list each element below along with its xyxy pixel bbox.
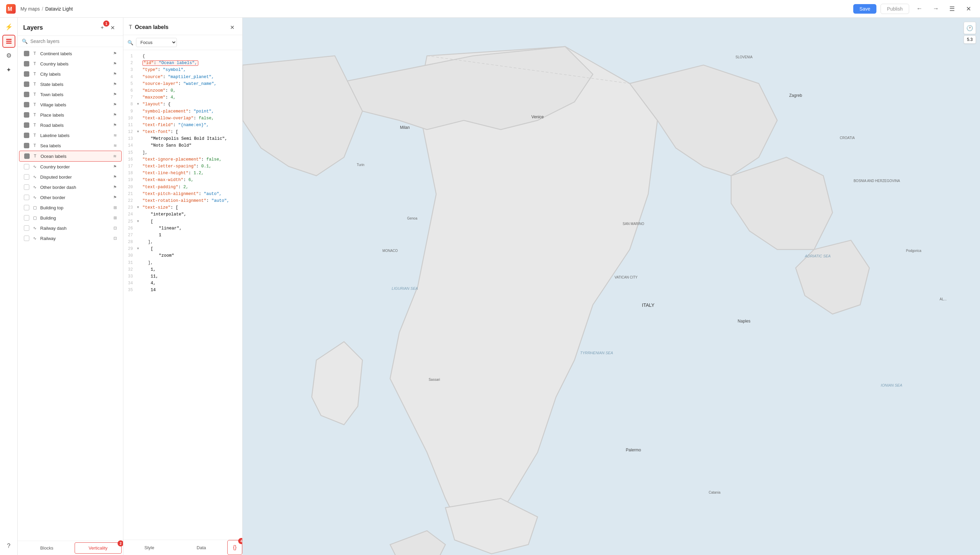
layer-item-railway-dash[interactable]: ∿ Railway dash ⊡ [19, 223, 122, 233]
layer-action-icon[interactable]: ⊡ [114, 236, 117, 241]
layer-checkbox[interactable] [24, 82, 29, 87]
map-label: Palermo [626, 448, 641, 452]
line-arrow [137, 260, 142, 260]
layer-item-city-labels[interactable]: T City labels ⚑ [19, 69, 122, 79]
code-line: 11"text-field": "{name:en}", [123, 122, 242, 128]
layer-item-village-labels[interactable]: T Village labels ⚑ [19, 99, 122, 110]
layer-action-icon[interactable]: ⚑ [113, 164, 117, 169]
forward-button[interactable]: → [930, 3, 942, 15]
publish-button[interactable]: Publish [881, 4, 909, 14]
layer-item-lakeline-labels[interactable]: T Lakeline labels ≋ [19, 130, 122, 140]
layer-item-country-border[interactable]: ∿ Country border ⚑ [19, 162, 122, 172]
footer-tab-style[interactable]: Style [123, 542, 176, 553]
layer-item-other-border[interactable]: ∿ Other border ⚑ [19, 192, 122, 202]
layer-checkbox[interactable] [24, 102, 29, 107]
layer-item-state-labels[interactable]: T State labels ⚑ [19, 79, 122, 89]
line-number: 33 [123, 273, 137, 280]
line-arrow [137, 53, 142, 53]
layer-item-other-border-dash[interactable]: ∿ Other border dash ⚑ [19, 182, 122, 192]
star-btn[interactable]: ✦ [2, 63, 15, 76]
layer-checkbox[interactable] [24, 164, 29, 169]
line-arrow: ▼ [137, 218, 142, 224]
layer-action-icon[interactable]: ⚑ [113, 185, 117, 189]
layer-item-place-labels[interactable]: T Place labels ⚑ [19, 110, 122, 120]
layer-action-icon[interactable]: ⚑ [113, 102, 117, 107]
menu-button[interactable]: ☰ [946, 3, 958, 15]
map-area[interactable]: SLOVENIAZagrebCROATIABOSNIA AND HERZEGOV… [243, 18, 980, 555]
line-arrow: ▼ [137, 101, 142, 107]
layer-checkbox[interactable] [24, 236, 29, 241]
code-line: 3514 [123, 287, 242, 294]
line-content: "text-field": "{name:en}", [142, 122, 242, 128]
topbar-close-button[interactable]: ✕ [962, 3, 975, 15]
layer-item-sea-labels[interactable]: T Sea labels ≋ [19, 140, 122, 151]
layer-action-icon[interactable]: ≋ [114, 143, 117, 148]
breadcrumb-separator: / [42, 6, 43, 11]
code-panel-header: T Ocean labels ✕ [123, 18, 242, 35]
layer-checkbox[interactable] [24, 61, 29, 66]
layer-type-icon: ∿ [32, 226, 37, 231]
layer-item-continent-labels[interactable]: T Continent labels ⚑ [19, 48, 122, 59]
footer-tab-data[interactable]: Data [176, 542, 228, 553]
layer-action-icon[interactable]: ≋ [113, 154, 117, 159]
layer-item-road-labels[interactable]: T Road labels ⚑ [19, 120, 122, 130]
layer-action-icon[interactable]: ⚑ [113, 82, 117, 87]
layer-item-country-labels[interactable]: T Country labels ⚑ [19, 59, 122, 69]
save-button[interactable]: Save [853, 4, 876, 14]
code-line: 30"zoom" [123, 252, 242, 259]
map-label: ITALY [642, 302, 655, 308]
map-label: MONACO [382, 249, 398, 253]
code-editor[interactable]: 1{2"id": "Ocean labels",3"type": "symbol… [123, 50, 242, 540]
tab-verticality[interactable]: Verticality [75, 542, 122, 553]
layer-item-railway[interactable]: ∿ Railway ⊡ [19, 233, 122, 244]
layer-checkbox[interactable] [24, 195, 29, 200]
layer-action-icon[interactable]: ⚑ [113, 92, 117, 97]
layer-checkbox[interactable] [24, 225, 29, 231]
settings-btn[interactable]: ⚙ [2, 49, 15, 62]
layer-type-icon: T [32, 92, 37, 97]
layer-checkbox[interactable] [24, 51, 29, 56]
layer-checkbox[interactable] [24, 143, 29, 148]
layer-checkbox[interactable] [24, 215, 29, 221]
layer-item-ocean-labels[interactable]: T Ocean labels ≋ [19, 151, 122, 162]
clock-icon-btn[interactable]: 🕐 [964, 22, 976, 34]
layer-action-icon[interactable]: ⚑ [113, 61, 117, 66]
help-btn[interactable]: ? [2, 539, 15, 552]
quick-action-btn[interactable]: ⚡ [2, 21, 15, 34]
layer-action-icon[interactable]: ⚑ [113, 123, 117, 127]
layer-checkbox[interactable] [24, 133, 29, 138]
focus-select[interactable]: FocusAllLayoutPaintFilter [136, 38, 177, 47]
layer-action-icon[interactable]: ⊞ [114, 205, 117, 210]
layer-action-icon[interactable]: ⚑ [113, 175, 117, 179]
back-button[interactable]: ← [913, 3, 926, 15]
close-code-panel-btn[interactable]: ✕ [227, 22, 237, 32]
my-maps-link[interactable]: My maps [21, 6, 40, 11]
layer-checkbox[interactable] [24, 205, 29, 210]
line-number: 2 [123, 60, 137, 66]
layer-action-icon[interactable]: ⚑ [113, 112, 117, 117]
tab-blocks[interactable]: Blocks [19, 542, 75, 553]
line-content: "text-line-height": 1.2, [142, 170, 242, 176]
layer-action-icon[interactable]: ⊞ [114, 215, 117, 220]
layer-action-icon[interactable]: ⊡ [114, 226, 117, 231]
layer-checkbox[interactable] [24, 71, 29, 77]
layer-item-disputed-border[interactable]: ∿ Disputed border ⚑ [19, 172, 122, 182]
layer-action-icon[interactable]: ⚑ [113, 195, 117, 200]
layer-checkbox[interactable] [24, 112, 29, 118]
layer-checkbox[interactable] [24, 92, 29, 97]
layer-action-icon[interactable]: ≋ [114, 133, 117, 138]
layer-action-icon[interactable]: ⚑ [113, 51, 117, 56]
layer-item-town-labels[interactable]: T Town labels ⚑ [19, 89, 122, 99]
layers-btn[interactable] [2, 35, 15, 48]
code-line: 321, [123, 266, 242, 273]
layer-action-icon[interactable]: ⚑ [113, 72, 117, 76]
layer-item-building[interactable]: ▢ Building ⊞ [19, 213, 122, 223]
layer-checkbox[interactable] [24, 174, 29, 180]
layer-checkbox[interactable] [24, 122, 29, 128]
layer-item-building-top[interactable]: ▢ Building top ⊞ [19, 202, 122, 213]
line-arrow [137, 66, 142, 67]
layer-checkbox[interactable] [24, 153, 30, 159]
code-line: 29▼[ [123, 245, 242, 252]
layer-checkbox[interactable] [24, 184, 29, 190]
search-input[interactable] [30, 38, 119, 44]
